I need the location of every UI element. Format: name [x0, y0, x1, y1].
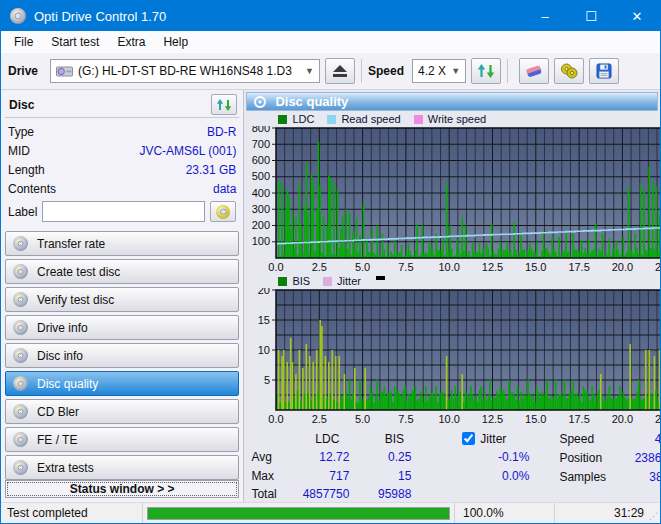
stats-table: LDC BIS Jitter Avg 12.72 0.25 -0.1% Max … — [251, 431, 543, 502]
erase-button[interactable] — [519, 58, 549, 84]
read-speed-legend-swatch — [327, 115, 336, 124]
chevron-down-icon: ▼ — [451, 66, 460, 76]
write-speed-legend-swatch — [414, 115, 423, 124]
save-button[interactable] — [589, 58, 619, 84]
elapsed-time: 31:29 — [555, 503, 660, 523]
avg-jitter-value: -0.1% — [425, 450, 543, 464]
menu-extra[interactable]: Extra — [108, 32, 154, 52]
jitter-legend-swatch — [323, 277, 332, 286]
toolbar-separator — [361, 59, 362, 83]
bis-legend-label: BIS — [292, 275, 310, 287]
status-window-button[interactable]: Status window > > — [5, 480, 239, 498]
disc-refresh-button[interactable] — [211, 94, 237, 115]
refresh-button[interactable] — [471, 58, 501, 84]
eject-button[interactable] — [325, 58, 355, 84]
speed-label: Speed — [368, 64, 404, 78]
svg-text:5.0: 5.0 — [355, 413, 370, 425]
max-bis-value: 15 — [363, 469, 425, 483]
drive-label: Drive — [8, 64, 38, 78]
max-row-label: Max — [251, 469, 291, 483]
total-ldc-value: 4857750 — [291, 487, 363, 501]
menubar: File Start test Extra Help — [1, 31, 660, 53]
progress-percent: 100.0% — [455, 503, 555, 523]
svg-text:7.5: 7.5 — [399, 413, 414, 425]
svg-text:700: 700 — [252, 138, 270, 150]
drive-icon — [56, 65, 73, 78]
compare-discs-icon — [560, 63, 579, 79]
maximize-button[interactable]: ☐ — [568, 1, 614, 31]
speed-value: 4.2 X — [418, 64, 446, 78]
minimize-button[interactable]: – — [522, 1, 568, 31]
sidebar-item-label: FE / TE — [37, 433, 77, 447]
menu-help[interactable]: Help — [154, 32, 197, 52]
refresh-arrows-icon — [477, 63, 495, 79]
svg-text:10.0: 10.0 — [439, 413, 460, 425]
disc-type-value: BD-R — [207, 125, 236, 139]
position-stat-label: Position — [559, 451, 613, 465]
menu-start-test[interactable]: Start test — [42, 32, 108, 52]
write-speed-legend-label: Write speed — [428, 113, 487, 125]
toolbar-separator — [507, 59, 508, 83]
extra-tests-icon — [13, 460, 28, 475]
sidebar-item-cd-bler[interactable]: CD Bler — [5, 399, 239, 424]
sidebar-item-label: Extra tests — [37, 461, 94, 475]
progress-fill — [148, 508, 449, 519]
speed-select[interactable]: 4.2 X ▼ — [412, 59, 466, 83]
drive-value: (G:) HL-DT-ST BD-RE WH16NS48 1.D3 — [78, 64, 292, 78]
ldc-legend-label: LDC — [292, 113, 314, 125]
svg-text:100: 100 — [252, 235, 270, 247]
sidebar-item-disc-info[interactable]: Disc info — [5, 343, 239, 368]
disc-contents-value[interactable]: data — [213, 182, 236, 196]
svg-text:500: 500 — [252, 170, 270, 182]
stats-info: Speed 4.23 X Position 23862 MB Samples 3… — [559, 431, 661, 502]
disc-label-button[interactable] — [210, 201, 236, 222]
sidebar-item-label: Verify test disc — [37, 293, 114, 307]
disc-quality-icon — [13, 376, 28, 391]
menu-file[interactable]: File — [5, 32, 42, 52]
bis-legend-swatch — [278, 277, 287, 286]
svg-text:400: 400 — [252, 186, 270, 198]
close-button[interactable]: ✕ — [614, 1, 660, 31]
app-window: Opti Drive Control 1.70 – ☐ ✕ File Start… — [0, 0, 661, 524]
svg-text:12.5: 12.5 — [482, 413, 503, 425]
svg-text:22.5: 22.5 — [655, 261, 661, 273]
page-title: Disc quality — [275, 94, 348, 109]
content-area: Disc quality LDC Read speed Write speed … — [244, 90, 660, 502]
svg-text:0.0: 0.0 — [269, 413, 284, 425]
disc-length-label: Length — [8, 163, 45, 177]
bis-chart: 201510510%8%6%4%2%0.02.55.07.510.012.515… — [246, 288, 661, 426]
chart1-legend: LDC Read speed Write speed — [246, 111, 658, 126]
jitter-checkbox[interactable] — [462, 432, 475, 445]
svg-text:2.5: 2.5 — [312, 261, 327, 273]
svg-text:17.5: 17.5 — [569, 413, 590, 425]
drive-select[interactable]: (G:) HL-DT-ST BD-RE WH16NS48 1.D3 ▼ — [50, 59, 320, 83]
app-cd-icon — [10, 8, 26, 24]
disc-label-input[interactable] — [42, 201, 205, 222]
svg-text:20.0: 20.0 — [612, 413, 633, 425]
sidebar-item-verify-test-disc[interactable]: Verify test disc — [5, 287, 239, 312]
svg-text:800: 800 — [252, 126, 270, 134]
left-panel: Disc Type BD-R MID JVC-AMS6L (001) — [1, 90, 244, 502]
total-bis-value: 95988 — [363, 487, 425, 501]
sidebar-item-extra-tests[interactable]: Extra tests — [5, 455, 239, 480]
compare-discs-button[interactable] — [554, 58, 584, 84]
ldc-column-header: LDC — [291, 432, 363, 446]
sidebar-item-transfer-rate[interactable]: Transfer rate — [5, 231, 239, 256]
svg-text:12.5: 12.5 — [482, 261, 503, 273]
status-text: Test completed — [1, 503, 143, 523]
sidebar-item-disc-quality[interactable]: Disc quality — [5, 371, 239, 396]
create-test-disc-icon — [13, 264, 28, 279]
jitter-max-marker — [376, 276, 385, 280]
sidebar-item-fe-te[interactable]: FE / TE — [5, 427, 239, 452]
svg-text:300: 300 — [252, 203, 270, 215]
sidebar-item-drive-info[interactable]: Drive info — [5, 315, 239, 340]
svg-text:5: 5 — [264, 373, 270, 385]
refresh-arrows-icon — [216, 98, 232, 112]
svg-text:10: 10 — [258, 343, 270, 355]
avg-ldc-value: 12.72 — [291, 450, 363, 464]
avg-bis-value: 0.25 — [363, 450, 425, 464]
fe-te-icon — [13, 432, 28, 447]
transfer-rate-icon — [13, 236, 28, 251]
sidebar-item-create-test-disc[interactable]: Create test disc — [5, 259, 239, 284]
resize-grip[interactable]: ⋰ — [649, 511, 658, 521]
